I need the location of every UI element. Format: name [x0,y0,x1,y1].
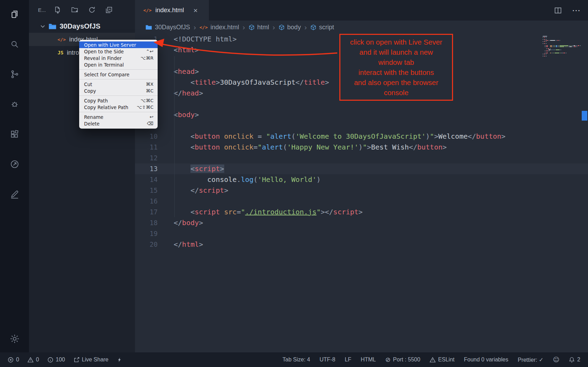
line-number[interactable]: 12 [135,153,158,163]
menu-item-reveal-in-finder[interactable]: Reveal in Finder⌥⌘R [79,55,158,61]
minimap[interactable] [543,36,575,57]
line-number[interactable]: 10 [135,131,158,142]
explorer-title: E... [38,7,46,13]
problems-warnings[interactable]: 0 [28,357,39,363]
port-indicator[interactable]: ⊘ Port : 5500 [385,357,420,363]
feedback-icon[interactable] [9,188,21,200]
info-icon [47,357,53,363]
folder-row-30daysofjs[interactable]: 30DaysOfJS [29,20,135,33]
live-share-status[interactable]: Live Share [74,357,109,363]
folder-icon [145,24,152,30]
menu-item-open-with-live-server[interactable]: Open with Live Server [79,41,158,48]
close-tab-icon[interactable]: × [194,7,198,14]
search-icon[interactable] [9,38,21,50]
menu-item-copy-path[interactable]: Copy Path⌥⌘C [79,97,158,104]
annotation-text: click on open with Live Sever and it wil… [350,37,442,98]
breadcrumb-folder[interactable]: 30DaysOfJS [145,24,190,31]
run-and-debug-icon[interactable] [9,98,21,110]
status-right: Tab Size: 4 UTF-8 LF HTML ⊘ Port : 5500 … [282,352,580,367]
encoding-indicator[interactable]: UTF-8 [319,357,335,363]
code-line-9[interactable]: 9 [135,120,588,131]
code-line-11[interactable]: 11 <button onclick="alert('Happy New Yea… [135,142,588,153]
new-folder-icon[interactable] [71,6,78,13]
code-line-8[interactable]: 8<body> [135,109,588,120]
line-number[interactable]: 18 [135,217,158,228]
eol-indicator[interactable]: LF [345,357,352,363]
warning-icon [28,357,33,363]
line-number[interactable]: 19 [135,228,158,239]
indent-guide [174,56,175,217]
warning-icon [430,357,436,363]
code-line-18[interactable]: 18</body> [135,217,588,228]
source-control-icon[interactable] [9,68,21,80]
line-number[interactable]: 14 [135,174,158,185]
language-indicator[interactable]: HTML [361,357,376,363]
live-share-icon[interactable] [9,158,21,170]
notifications-bell[interactable]: 2 [569,357,580,363]
menu-separator [79,79,158,79]
breadcrumb-file[interactable]: </> index.html [199,24,239,31]
menu-item-copy-relative-path[interactable]: Copy Relative Path⌥⇧⌘C [79,104,158,110]
menu-item-rename[interactable]: Rename↩ [79,114,158,120]
slash-circle-icon: ⊘ [385,357,391,363]
variables-indicator[interactable]: Found 0 variables [464,357,508,363]
breadcrumb-separator: › [243,23,245,31]
menu-item-cut[interactable]: Cut⌘X [79,81,158,87]
tab-index-html[interactable]: </> index.html × [135,0,209,21]
code-line-12[interactable]: 12 [135,153,588,163]
split-editor-icon[interactable] [554,6,562,15]
line-number[interactable]: 16 [135,196,158,207]
code-line-16[interactable]: 16 [135,196,588,207]
tab-size-indicator[interactable]: Tab Size: 4 [282,357,310,363]
menu-separator [79,112,158,112]
feedback-smiley-icon[interactable]: ☺ [553,357,559,363]
menu-item-open-to-the-side[interactable]: Open to the Side⌃↩ [79,48,158,55]
symbol-cube-icon [310,24,316,30]
menu-item-delete[interactable]: Delete⌫ [79,120,158,127]
html-file-icon: </> [58,37,66,42]
tab-label: index.html [155,7,184,14]
collapse-all-icon[interactable] [105,6,113,14]
menu-item-open-in-terminal[interactable]: Open in Terminal [79,61,158,68]
breadcrumb-script[interactable]: script [310,24,334,31]
line-number[interactable]: 15 [135,185,158,196]
breadcrumb-body[interactable]: body [279,24,301,31]
symbol-cube-icon [249,24,255,30]
code-line-15[interactable]: 15 </script> [135,185,588,196]
breadcrumb-separator: › [304,23,307,31]
line-number[interactable]: 11 [135,142,158,153]
line-number[interactable]: 20 [135,239,158,250]
bolt-icon[interactable] [117,357,122,363]
code-line-19[interactable]: 19 [135,228,588,239]
refresh-icon[interactable] [88,6,96,14]
code-line-13[interactable]: 13 <script> [135,163,588,174]
more-actions-icon[interactable]: ⋯ [572,6,581,15]
activity-bar [0,0,29,352]
tab-bar: </> index.html × ⋯ [135,0,588,21]
code-line-20[interactable]: 20</html> [135,239,588,250]
problems-hints[interactable]: 100 [47,357,65,363]
problems-errors[interactable]: 0 [8,357,19,363]
folder-icon [48,23,56,30]
code-line-10[interactable]: 10 <button onclick = "alert('Welcome to … [135,131,588,142]
breadcrumb-separator: › [194,23,196,31]
code-line-17[interactable]: 17 <script src="./introduction.js"></scr… [135,207,588,217]
status-left: 0 0 100 Live Share [8,352,122,367]
menu-item-copy[interactable]: Copy⌘C [79,87,158,94]
breadcrumb-html[interactable]: html [249,24,269,31]
prettier-indicator[interactable]: Prettier: ✓ [518,357,543,363]
explorer-icon[interactable] [9,8,21,20]
menu-item-select-for-compare[interactable]: Select for Compare [79,71,158,78]
overview-ruler-marker[interactable] [582,111,587,121]
line-number[interactable]: 13 [135,163,158,174]
settings-gear-icon[interactable] [9,333,21,345]
breadcrumb-separator: › [273,23,275,31]
menu-separator [79,69,158,70]
code-line-14[interactable]: 14 console.log('Hello, World') [135,174,588,185]
html-file-icon: </> [143,8,151,13]
error-icon [8,357,14,363]
extensions-icon[interactable] [9,128,21,140]
eslint-indicator[interactable]: ESLint [430,357,454,363]
new-file-icon[interactable] [54,6,61,14]
line-number[interactable]: 17 [135,207,158,217]
